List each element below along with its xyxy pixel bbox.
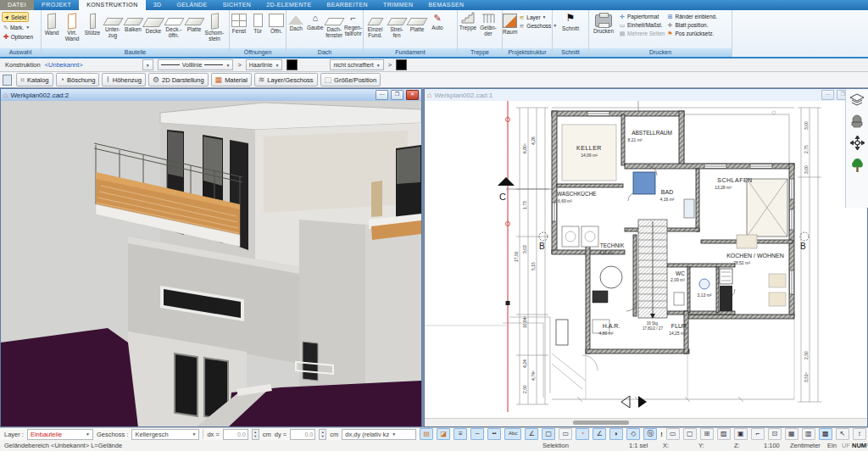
ruler-icon[interactable]: ▭ xyxy=(666,428,680,440)
table-icon[interactable]: ▥ xyxy=(802,428,815,440)
move-icon[interactable] xyxy=(850,136,865,150)
rect-tool-icon[interactable]: ▭ xyxy=(559,428,572,440)
unterzug-button[interactable]: Unter- zug xyxy=(103,11,123,38)
material-button[interactable]: ▦Material xyxy=(211,73,252,86)
tab-gelaende[interactable]: GELÄNDE xyxy=(169,0,214,10)
line-color-swatch[interactable] xyxy=(287,59,298,70)
preset-link[interactable]: <Unbekannt> xyxy=(45,61,83,69)
dy-input[interactable]: 0.0 xyxy=(290,429,315,440)
close-button[interactable]: ✕ xyxy=(406,90,419,100)
point-box-icon[interactable]: ⊡ xyxy=(768,428,782,440)
layer-button[interactable]: ≋Layer▼ xyxy=(518,14,557,21)
floorplan-viewport[interactable]: 17,50 6,80⁵ 1,73 3,03 10,64⁵ 4,24 2,50 4… xyxy=(425,101,867,418)
tab-trimmen[interactable]: TRIMMEN xyxy=(376,0,420,10)
minimize-button[interactable]: — xyxy=(376,90,388,100)
autofundament-button[interactable]: ✎Auto xyxy=(427,11,448,31)
resize-icon[interactable]: ↕ xyxy=(853,428,866,440)
schornstein-button[interactable]: Schorn- stein xyxy=(204,11,225,42)
blatt-position-button[interactable]: ✛Blatt position. xyxy=(666,21,717,29)
deckenoeffnung-button[interactable]: Deck.- öffn. xyxy=(164,11,184,38)
tuer-button[interactable]: Tür xyxy=(248,11,267,34)
balken-button[interactable]: Balken xyxy=(123,11,143,32)
tab-bemassen[interactable]: BEMASSEN xyxy=(420,0,471,10)
darstellung-2d-button[interactable]: ⚙2D Darstellung xyxy=(148,73,209,86)
raender-einblenden-button[interactable]: ⊞Ränder einblend. xyxy=(666,13,717,20)
decke-button[interactable]: Decke xyxy=(143,11,164,34)
layer-dropdown[interactable]: Einbauteile▼ xyxy=(27,429,93,440)
wand-button[interactable]: Wand xyxy=(42,11,62,36)
window-floorplan-titlebar[interactable]: ⌂ Werkplan002.cad:1 — ❐ ✕ xyxy=(425,89,867,101)
diamond-tool-icon[interactable]: ◇ xyxy=(626,428,640,440)
regenfallrohr-button[interactable]: ⌐Regen- fallrohr xyxy=(344,11,364,36)
dock-panel-icon[interactable] xyxy=(3,75,12,86)
dy-spinner[interactable]: ▲▼ xyxy=(319,429,326,440)
papierformat-button[interactable]: ✛Papierformat xyxy=(619,13,665,20)
streifenfundament-button[interactable]: Strei- fen xyxy=(387,11,407,38)
fenster-button[interactable]: Fenst xyxy=(230,11,248,34)
tab-sichten[interactable]: SICHTEN xyxy=(215,0,259,10)
armchair-icon[interactable] xyxy=(850,114,864,128)
mehrere-seiten-button[interactable]: ▤Mehrere Seiten xyxy=(619,30,665,37)
scrollbar-thumb[interactable] xyxy=(573,420,629,425)
north-icon[interactable]: Ⓝ xyxy=(643,428,657,440)
angle-dim-icon[interactable]: ∠ xyxy=(525,428,538,440)
angle-tool-icon[interactable]: ∠ xyxy=(593,428,606,440)
markieren-button[interactable]: ✎Mark.▼ xyxy=(2,23,31,31)
move-nw-icon[interactable]: ↖ xyxy=(836,428,849,440)
optionen-button[interactable]: ✚Optionen xyxy=(2,32,35,41)
line-bold-icon[interactable]: ≡ xyxy=(453,428,467,440)
tab-konstruktion[interactable]: KONSTRUKTION xyxy=(79,0,145,10)
virt-wand-button[interactable]: Virt. Wand xyxy=(62,11,82,42)
line-weight-dropdown[interactable]: Haarlinie▼ xyxy=(246,59,283,70)
katalog-button[interactable]: ⌗Katalog xyxy=(16,73,53,86)
einheit-massstab-button[interactable]: ▭Einheit/Maßst. xyxy=(619,21,665,29)
hatch-icon[interactable]: ▨ xyxy=(717,428,731,440)
layer-geschoss-button[interactable]: ≋Layer/Geschoss xyxy=(254,73,318,86)
line-dashed-icon[interactable]: ┄ xyxy=(470,428,484,440)
tab-3d[interactable]: 3D xyxy=(146,0,170,10)
oeffnung-button[interactable]: Öffn. xyxy=(267,11,286,34)
dach-button[interactable]: Dach xyxy=(287,11,306,31)
treppe-button[interactable]: Treppe xyxy=(458,11,478,31)
dim-line-icon[interactable]: ╍ xyxy=(487,428,501,440)
platte-button[interactable]: Platte xyxy=(184,11,204,32)
pos-zuruecksetzen-button[interactable]: ⚑Pos zurücksetz. xyxy=(666,30,717,37)
fill-style-icon[interactable]: ◪ xyxy=(437,428,450,440)
hatch-dropdown[interactable]: nicht schraffiert▼ xyxy=(330,59,383,70)
image-style-icon[interactable]: ▤ xyxy=(420,428,433,440)
dx-input[interactable]: 0.0 xyxy=(223,429,248,440)
3d-viewport[interactable] xyxy=(1,101,421,426)
arc-tool-icon[interactable]: ◔ xyxy=(576,428,589,440)
selekt-button[interactable]: ➤Selekt xyxy=(2,12,29,22)
groesse-position-button[interactable]: ⬚Größe/Position xyxy=(320,73,381,86)
einzelfundament-button[interactable]: Einzel Fund. xyxy=(364,11,387,38)
geschoss-dropdown[interactable]: Kellergesch▼ xyxy=(131,429,199,440)
stuetze-button[interactable]: Stütze xyxy=(82,11,103,36)
gelaender-button[interactable]: Gelän- der xyxy=(478,11,498,36)
layers-icon[interactable] xyxy=(849,93,865,107)
raum-button[interactable]: Raum xyxy=(503,11,517,35)
tab-datei[interactable]: DATEI xyxy=(0,0,34,10)
coord-mode-dropdown[interactable]: dx,dy (relativ kz▼ xyxy=(342,429,416,440)
restore-button[interactable]: ❐ xyxy=(391,90,403,100)
gaube-button[interactable]: ⌂Gaube xyxy=(306,11,326,31)
marquee-icon[interactable]: ▢ xyxy=(542,428,555,440)
dachfenster-button[interactable]: Dach- fenster xyxy=(325,11,344,38)
frame-icon[interactable]: ▢ xyxy=(683,428,697,440)
text-abc-icon[interactable]: Abc xyxy=(504,428,521,440)
window-3d-titlebar[interactable]: ⌂ Werkplan002.cad:2 — ❐ ✕ xyxy=(1,89,421,101)
image-icon[interactable]: ▣ xyxy=(734,428,748,440)
hoehenzug-button[interactable]: ⌇Höhenzug xyxy=(102,73,146,86)
tab-2d-elemente[interactable]: 2D-ELEMENTE xyxy=(259,0,319,10)
grid-icon[interactable]: ▦ xyxy=(785,428,798,440)
plattenfundament-button[interactable]: Platte xyxy=(407,11,427,32)
minimize-button[interactable]: — xyxy=(821,90,834,100)
fill-color-swatch[interactable] xyxy=(396,59,407,70)
tab-bearbeiten[interactable]: BEARBEITEN xyxy=(320,0,376,10)
boeschung-button[interactable]: ◔Böschung xyxy=(56,73,100,86)
horizontal-scrollbar[interactable] xyxy=(425,418,867,426)
window-grid-icon[interactable]: ⊞ xyxy=(700,428,714,440)
shape-tool-icon[interactable]: ◗ xyxy=(609,428,623,440)
drucken-button[interactable]: Drucken xyxy=(589,11,618,34)
geschoss-button[interactable]: ≋Geschoss▼ xyxy=(518,22,557,30)
